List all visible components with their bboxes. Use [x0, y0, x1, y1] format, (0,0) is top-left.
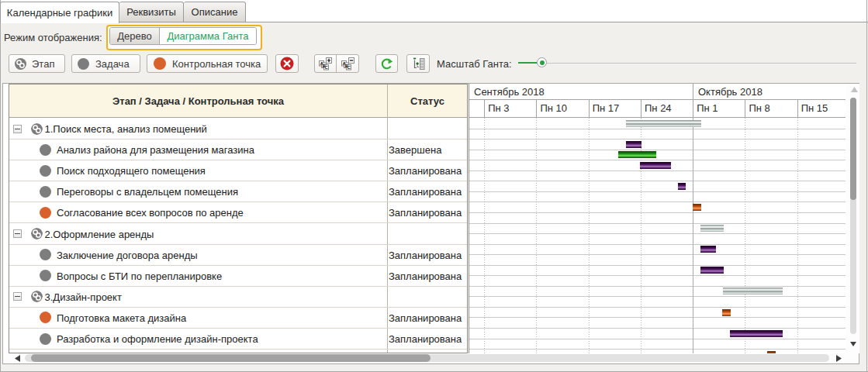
svg-text:C: C — [347, 65, 351, 70]
svg-text:C: C — [325, 65, 329, 70]
